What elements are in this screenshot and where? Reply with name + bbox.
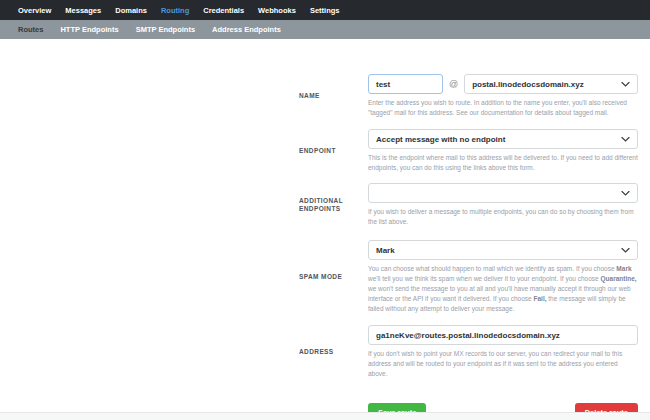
endpoint-select-value: Accept message with no endpoint bbox=[376, 135, 505, 144]
nav-tab-messages[interactable]: Messages bbox=[63, 6, 103, 15]
name-input[interactable] bbox=[368, 74, 443, 94]
chevron-down-icon bbox=[621, 248, 630, 253]
form-row-additional-endpoints: ADDITIONAL ENDPOINTS If you wish to deli… bbox=[299, 183, 650, 227]
form-row-endpoint: ENDPOINT Accept message with no endpoint… bbox=[299, 129, 650, 173]
chevron-down-icon bbox=[621, 82, 630, 87]
endpoint-select[interactable]: Accept message with no endpoint bbox=[368, 129, 638, 149]
address-help-text: If you don't wish to point your MX recor… bbox=[368, 349, 638, 379]
nav-tab-overview[interactable]: Overview bbox=[16, 6, 53, 15]
spam-mode-help-text: You can choose what should happen to mai… bbox=[368, 264, 638, 314]
domain-select-value: postal.linodedocsdomain.xyz bbox=[472, 80, 584, 89]
endpoint-help-text: This is the endpoint where mail to this … bbox=[368, 153, 638, 173]
address-input[interactable] bbox=[368, 325, 638, 345]
nav-tab-domains[interactable]: Domains bbox=[113, 6, 149, 15]
footer-strip bbox=[0, 412, 650, 420]
domain-select[interactable]: postal.linodedocsdomain.xyz bbox=[464, 74, 638, 94]
subnav-tab-http-endpoints[interactable]: HTTP Endpoints bbox=[58, 25, 120, 34]
name-help-text: Enter the address you wish to route. In … bbox=[368, 98, 638, 118]
at-separator: @ bbox=[449, 79, 458, 89]
sub-nav: Routes HTTP Endpoints SMTP Endpoints Add… bbox=[0, 20, 650, 39]
nav-tab-routing[interactable]: Routing bbox=[159, 6, 191, 15]
nav-tab-settings[interactable]: Settings bbox=[308, 6, 342, 15]
chevron-down-icon bbox=[621, 137, 630, 142]
nav-tab-credentials[interactable]: Credentials bbox=[201, 6, 246, 15]
top-nav: Overview Messages Domains Routing Creden… bbox=[0, 0, 650, 20]
subnav-tab-smtp-endpoints[interactable]: SMTP Endpoints bbox=[134, 25, 197, 34]
additional-endpoints-help-text: If you wish to deliver a message to mult… bbox=[368, 207, 638, 227]
subnav-tab-address-endpoints[interactable]: Address Endpoints bbox=[210, 25, 283, 34]
nav-tab-webhooks[interactable]: Webhooks bbox=[256, 6, 298, 15]
additional-endpoints-select[interactable] bbox=[368, 183, 638, 203]
route-form: NAME @ postal.linodedocsdomain.xyz Enter… bbox=[0, 39, 650, 420]
spam-mode-select-value: Mark bbox=[376, 246, 395, 255]
spam-mode-select[interactable]: Mark bbox=[368, 240, 638, 260]
app: Overview Messages Domains Routing Creden… bbox=[0, 0, 650, 420]
name-label: NAME bbox=[299, 74, 368, 118]
address-label: ADDRESS bbox=[299, 325, 368, 379]
endpoint-label: ENDPOINT bbox=[299, 129, 368, 173]
additional-endpoints-label: ADDITIONAL ENDPOINTS bbox=[299, 183, 368, 227]
subnav-tab-routes[interactable]: Routes bbox=[16, 25, 45, 34]
form-row-spam-mode: SPAM MODE Mark You can choose what shoul… bbox=[299, 240, 650, 314]
form-row-address: ADDRESS If you don't wish to point your … bbox=[299, 325, 650, 379]
chevron-down-icon bbox=[621, 191, 630, 196]
spam-mode-label: SPAM MODE bbox=[299, 240, 368, 314]
form-row-name: NAME @ postal.linodedocsdomain.xyz Enter… bbox=[299, 74, 650, 118]
